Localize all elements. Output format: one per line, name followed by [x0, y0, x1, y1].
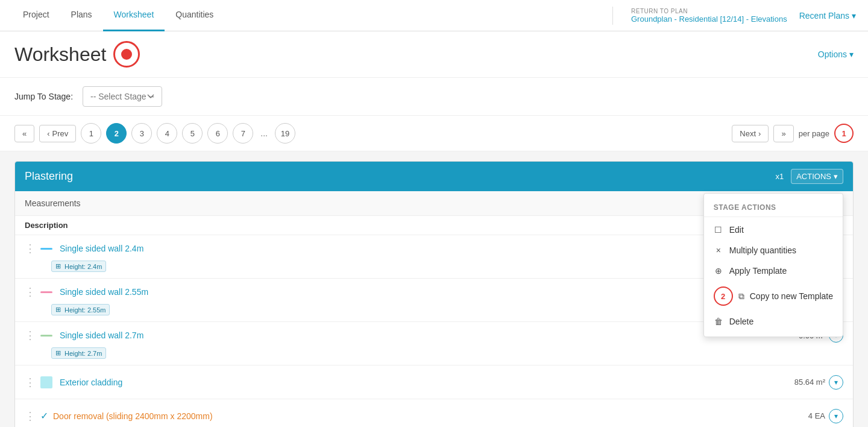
page-3-button[interactable]: 3	[131, 123, 152, 144]
row-tag: ⊞ Height: 2.55m	[51, 304, 110, 315]
row-tag-text: Height: 2.7m	[64, 350, 102, 357]
stage-header-right: x1 ACTIONS ▾	[775, 169, 843, 184]
per-page-area: per page	[799, 129, 829, 138]
chevron-down-icon: ▾	[849, 49, 854, 59]
recent-plans-label: Recent Plans	[799, 11, 849, 21]
return-plan-link[interactable]: Groundplan - Residential [12/14] - Eleva…	[631, 14, 787, 24]
tab-worksheet[interactable]: Worksheet	[103, 0, 165, 31]
table-row: ⋮ Exterior cladding 85.64 m² ▾	[15, 365, 853, 399]
row-color-bar	[40, 335, 52, 337]
row-value-text: 85.64 m²	[794, 378, 825, 387]
edit-icon: ☐	[714, 225, 723, 235]
badge-2: 2	[714, 286, 733, 306]
row-value-text: 4 EA	[808, 411, 825, 420]
drag-handle[interactable]: ⋮	[25, 285, 36, 299]
copy-icon: ⧉	[737, 291, 746, 302]
stage-select-wrapper: -- Select Stage --	[83, 86, 854, 107]
grid-icon: ⊞	[55, 349, 61, 357]
apply-template-label: Apply Template	[729, 266, 787, 276]
edit-action[interactable]: ☐ Edit	[704, 220, 843, 240]
return-label: RETURN TO PLAN	[631, 8, 787, 14]
top-navigation: Project Plans Worksheet Quantities RETUR…	[0, 0, 868, 31]
row-tag-text: Height: 2.55m	[64, 306, 105, 314]
multiply-icon: ×	[714, 245, 723, 255]
drag-handle[interactable]: ⋮	[25, 376, 36, 389]
table-row: ⋮ ✓ Door removal (sliding 2400mm x 2200m…	[15, 399, 853, 427]
drag-handle[interactable]: ⋮	[25, 242, 36, 255]
next-page-button[interactable]: Next ›	[732, 125, 769, 142]
row-value: 85.64 m² ▾	[794, 375, 843, 390]
copy-template-action[interactable]: 2 ⧉ Copy to new Template	[704, 281, 843, 311]
page-5-button[interactable]: 5	[182, 123, 203, 144]
page-7-button[interactable]: 7	[233, 123, 253, 144]
page-1-button[interactable]: 1	[81, 123, 101, 144]
apply-template-icon: ⊕	[714, 266, 723, 276]
row-description[interactable]: Door removal (sliding 2400mm x 2200mm)	[53, 411, 808, 421]
prev-label: Prev	[52, 129, 69, 138]
row-value: 4 EA ▾	[808, 409, 843, 423]
delete-icon: 🗑	[714, 317, 723, 326]
check-icon: ✓	[40, 410, 48, 422]
row-color-bar	[40, 291, 52, 293]
row-action-button[interactable]: ▾	[829, 409, 843, 423]
target-inner-dot	[121, 49, 132, 60]
grid-icon: ⊞	[55, 306, 61, 314]
edit-label: Edit	[729, 225, 744, 235]
page-6-button[interactable]: 6	[207, 123, 228, 144]
row-action-button[interactable]: ▾	[829, 375, 843, 390]
copy-template-label: Copy to new Template	[750, 291, 833, 301]
delete-label: Delete	[729, 317, 753, 326]
chevron-down-icon: ▾	[852, 11, 856, 21]
pagination-area: « ‹ Prev 1 2 3 4 5 6 7 ... 19 Next › » p…	[0, 116, 868, 151]
multiply-action[interactable]: × Multiply quantities	[704, 240, 843, 261]
main-content: Plastering x1 ACTIONS ▾ Stage Actions ☐ …	[0, 151, 868, 427]
return-to-plan-area: RETURN TO PLAN Groundplan - Residential …	[619, 8, 799, 24]
page-last-button[interactable]: 19	[275, 123, 295, 144]
apply-template-action[interactable]: ⊕ Apply Template	[704, 261, 843, 281]
options-label: Options	[818, 49, 847, 59]
top-nav-right: Recent Plans ▾	[799, 11, 856, 21]
pagination-right: Next › » per page 1	[732, 124, 854, 143]
page-title-area: Worksheet	[14, 41, 140, 77]
target-icon	[113, 41, 140, 68]
row-description[interactable]: Single sided wall 2.7m	[60, 331, 799, 340]
row-tag: ⊞ Height: 2.4m	[51, 261, 106, 272]
drag-handle[interactable]: ⋮	[25, 329, 36, 342]
badge-1[interactable]: 1	[834, 124, 854, 143]
options-button[interactable]: Options ▾	[818, 49, 854, 69]
chevron-down-icon: ▾	[834, 172, 838, 181]
multiply-label: Multiply quantities	[729, 245, 796, 255]
drag-handle[interactable]: ⋮	[25, 410, 36, 423]
delete-action[interactable]: 🗑 Delete	[704, 311, 843, 332]
page-2-button[interactable]: 2	[106, 123, 127, 144]
actions-label: ACTIONS	[796, 172, 831, 181]
row-tag: ⊞ Height: 2.7m	[51, 347, 106, 359]
per-page-label: per page	[799, 129, 829, 138]
page-4-button[interactable]: 4	[157, 123, 177, 144]
nav-tabs: Project Plans Worksheet Quantities	[12, 0, 606, 31]
actions-button[interactable]: ACTIONS ▾	[791, 169, 843, 184]
page-header: Worksheet Options ▾	[0, 31, 868, 78]
recent-plans-button[interactable]: Recent Plans ▾	[799, 11, 856, 21]
right-chevron-icon: ›	[758, 129, 761, 138]
jump-stage-label: Jump To Stage:	[14, 92, 73, 101]
jump-stage-area: Jump To Stage: -- Select Stage --	[0, 78, 868, 116]
row-color-bar	[40, 376, 52, 388]
row-color-bar	[40, 248, 52, 250]
page-ellipsis: ...	[258, 128, 270, 138]
stage-actions-dropdown: Stage Actions ☐ Edit × Multiply quantiti…	[703, 193, 843, 337]
stage-select[interactable]: -- Select Stage --	[83, 86, 162, 107]
first-page-button[interactable]: «	[14, 125, 34, 142]
tab-plans[interactable]: Plans	[60, 0, 103, 31]
grid-icon: ⊞	[55, 262, 61, 270]
dropdown-title: Stage Actions	[704, 198, 843, 217]
tab-project[interactable]: Project	[12, 0, 60, 31]
stage-multiplier: x1	[775, 172, 784, 181]
row-description[interactable]: Exterior cladding	[60, 378, 794, 387]
tab-quantities[interactable]: Quantities	[165, 0, 224, 31]
prev-page-button[interactable]: ‹ Prev	[39, 125, 76, 142]
target-outer-ring	[113, 41, 140, 68]
last-page-button[interactable]: »	[773, 125, 793, 142]
nav-divider	[612, 7, 613, 25]
stage-header: Plastering x1 ACTIONS ▾	[15, 162, 853, 191]
